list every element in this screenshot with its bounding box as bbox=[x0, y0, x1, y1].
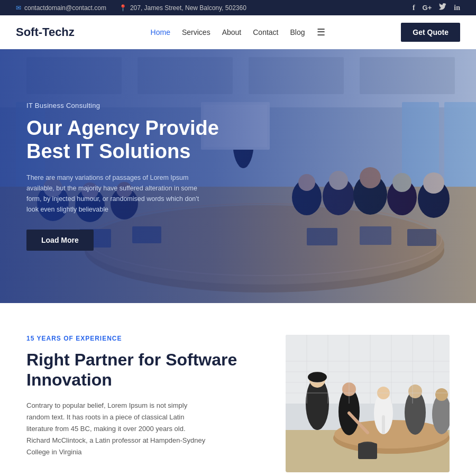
about-image bbox=[286, 335, 450, 472]
nav-home[interactable]: Home bbox=[151, 28, 170, 36]
about-content: 15 YEARS OF EXPERIENCE Right Partner for… bbox=[26, 335, 259, 476]
top-bar: ✉ contactdomain@contact.com 📍 207, James… bbox=[0, 0, 476, 15]
navigation: Soft-Techz Home Services About Contact B… bbox=[0, 15, 476, 49]
hero-section: IT Business Consulting Our Agency Provid… bbox=[0, 49, 476, 303]
hero-content: IT Business Consulting Our Agency Provid… bbox=[0, 102, 264, 251]
svg-point-49 bbox=[308, 372, 327, 382]
hero-description: There are many variations of passages of… bbox=[26, 172, 206, 215]
address-contact: 📍 207, James Street, New Balcony, 502360 bbox=[119, 4, 246, 12]
hero-subtitle: IT Business Consulting bbox=[26, 102, 238, 109]
googleplus-icon[interactable]: G+ bbox=[423, 4, 432, 12]
location-icon: 📍 bbox=[119, 4, 127, 12]
svg-point-55 bbox=[408, 385, 422, 398]
email-icon: ✉ bbox=[16, 4, 21, 12]
address-text: 207, James Street, New Balcony, 502360 bbox=[130, 4, 246, 12]
facebook-icon[interactable]: f bbox=[413, 4, 415, 12]
load-more-button[interactable]: Load More bbox=[26, 230, 94, 251]
social-links: f G+ in bbox=[413, 3, 460, 12]
svg-rect-71 bbox=[358, 443, 377, 459]
nav-links: Home Services About Contact Blog ☰ bbox=[151, 26, 325, 38]
about-description: Contrary to popular belief, Lorem Ipsum … bbox=[26, 400, 206, 458]
about-label: 15 YEARS OF EXPERIENCE bbox=[26, 335, 259, 342]
nav-services[interactable]: Services bbox=[182, 28, 210, 36]
email-text: contactdomain@contact.com bbox=[24, 4, 106, 12]
about-title: Right Partner for Software Innovation bbox=[26, 350, 259, 390]
twitter-icon[interactable] bbox=[439, 3, 446, 12]
about-section: 15 YEARS OF EXPERIENCE Right Partner for… bbox=[0, 303, 476, 476]
nav-blog[interactable]: Blog bbox=[290, 28, 305, 36]
linkedin-icon[interactable]: in bbox=[454, 4, 460, 12]
logo: Soft-Techz bbox=[16, 25, 75, 39]
get-quote-button[interactable]: Get Quote bbox=[401, 23, 460, 42]
nav-about[interactable]: About bbox=[222, 28, 242, 36]
top-bar-contact: ✉ contactdomain@contact.com 📍 207, James… bbox=[16, 4, 246, 12]
hero-title: Our Agency Provide Best IT Solutions bbox=[26, 117, 238, 163]
svg-point-57 bbox=[435, 388, 448, 401]
nav-contact[interactable]: Contact bbox=[253, 28, 278, 36]
email-contact: ✉ contactdomain@contact.com bbox=[16, 4, 106, 12]
hamburger-icon[interactable]: ☰ bbox=[317, 26, 325, 38]
